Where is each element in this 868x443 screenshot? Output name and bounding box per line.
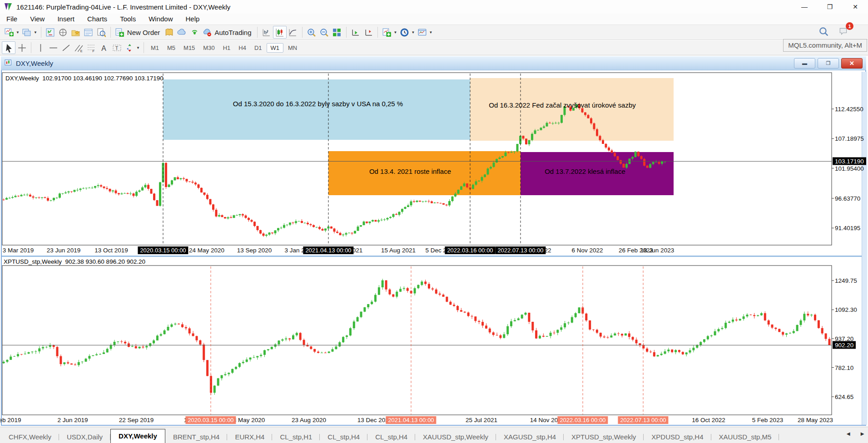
timeframe-d1[interactable]: D1 [251, 44, 266, 52]
xptusd-chart-plot[interactable] [2, 266, 832, 415]
tab-chfx-weekly-0[interactable]: CHFX,Weekly [1, 431, 59, 443]
tab-brent-stp-h4-3[interactable]: BRENT_stp,H4 [165, 431, 228, 443]
arrows-icon[interactable] [123, 42, 136, 54]
menu-bar: FileViewInsertChartsToolsWindowHelp [0, 14, 868, 25]
timeframe-m5[interactable]: M5 [164, 44, 179, 52]
window-splitter[interactable] [2, 256, 865, 257]
periods-icon[interactable] [398, 26, 411, 38]
menu-item-window[interactable]: Window [142, 14, 179, 25]
navigator-icon[interactable] [69, 26, 82, 38]
zoom-out-icon[interactable] [318, 26, 331, 38]
window-title: 1621146: PurpleTrading-04Live - L.F. Inv… [16, 3, 230, 11]
crosshair-icon[interactable] [15, 42, 28, 54]
data-window-icon[interactable] [57, 26, 69, 38]
mql5-chat-icon[interactable]: 1 [837, 25, 850, 37]
trendline-icon[interactable] [60, 42, 72, 54]
fibonacci-icon[interactable]: F [85, 42, 98, 54]
tab-xauusd-stp-weekly-8[interactable]: XAUUSD_stp,Weekly [415, 431, 496, 443]
indicators-dropdown-icon[interactable]: ▼ [394, 30, 397, 34]
toolbar-separator [31, 42, 31, 53]
text-icon[interactable]: A [98, 42, 110, 54]
profiles-icon[interactable] [20, 26, 33, 38]
minimize-button[interactable]: — [792, 0, 817, 14]
chart-close-button[interactable]: ✕ [841, 58, 863, 69]
toolbar-separator [302, 27, 303, 38]
timeframe-m30[interactable]: M30 [199, 44, 218, 52]
timeframe-h1[interactable]: H1 [219, 44, 234, 52]
codebase-icon[interactable] [163, 26, 175, 38]
bars-icon[interactable] [260, 26, 273, 38]
timeframe-m1[interactable]: M1 [147, 44, 163, 52]
time-axis-bottom[interactable] [2, 415, 832, 425]
menu-item-help[interactable]: Help [179, 14, 206, 25]
chart-restore-button[interactable]: ❐ [818, 58, 839, 69]
market-watch-icon[interactable] [44, 26, 57, 38]
chart-window-titlebar[interactable]: DXY,Weekly ▬ ❐ ✕ [1, 56, 866, 70]
equidistant-channel-icon[interactable]: E [72, 42, 85, 54]
horizontal-line-icon[interactable] [47, 42, 60, 54]
tab-dxy-weekly-2[interactable]: DXY,Weekly [110, 429, 165, 443]
chart-tab-bar: CHFX,WeeklyUSDX,DailyDXY,WeeklyBRENT_stp… [0, 427, 868, 443]
signals-icon[interactable] [188, 26, 201, 38]
menu-item-file[interactable]: File [0, 14, 24, 25]
chart-shift-icon[interactable] [362, 26, 375, 38]
tabs-scroll-right-icon[interactable]: ► [859, 430, 865, 437]
svg-text:F: F [92, 49, 94, 52]
vertical-scrollbar[interactable] [862, 72, 867, 425]
periods-dropdown-icon[interactable]: ▼ [411, 30, 415, 34]
profiles-dropdown-icon[interactable]: ▼ [34, 30, 37, 34]
search-icon[interactable] [817, 25, 830, 37]
line-chart-icon[interactable] [287, 26, 299, 38]
tab-usdx-daily-1[interactable]: USDX,Daily [59, 431, 110, 443]
menu-item-tools[interactable]: Tools [114, 14, 142, 25]
tab-xagusd-stp-h4-9[interactable]: XAGUSD_stp,H4 [496, 431, 564, 443]
maximize-button[interactable]: ❐ [817, 0, 843, 14]
cursor-icon[interactable] [2, 41, 15, 54]
toolbox-icon[interactable] [82, 26, 95, 38]
notification-badge: 1 [846, 22, 853, 30]
zoom-in-icon[interactable] [305, 26, 318, 38]
line-studies-toolbar: EFAT▼M1M5M15M30H1H4D1W1MN [0, 40, 868, 55]
close-button[interactable]: ✕ [843, 0, 868, 14]
indicators-icon[interactable] [381, 26, 393, 38]
tab-xptusd-stp-weekly-10[interactable]: XPTUSD_stp,Weekly [564, 431, 644, 443]
strategy-tester-icon[interactable] [95, 26, 108, 38]
tab-cl-stp-h4-6[interactable]: CL_stp,H4 [320, 431, 367, 443]
templates-icon[interactable] [416, 26, 428, 38]
autotrading-icon[interactable] [201, 26, 213, 38]
candles-icon[interactable] [273, 26, 287, 39]
timeframe-m15[interactable]: M15 [180, 44, 198, 52]
toolbar-separator [377, 27, 378, 38]
timeframe-h4[interactable]: H4 [235, 44, 250, 52]
menu-item-charts[interactable]: Charts [81, 14, 114, 25]
price-axis[interactable] [832, 73, 862, 425]
autotrading-label[interactable]: AutoTrading [214, 29, 251, 36]
tile-windows-icon[interactable] [331, 26, 343, 38]
timeframe-mn[interactable]: MN [284, 44, 301, 52]
tab-cl-stp-h1-5[interactable]: CL_stp,H1 [272, 431, 320, 443]
new-order-icon[interactable] [114, 26, 126, 38]
text-label-icon[interactable]: T [110, 42, 123, 54]
time-axis-top[interactable] [2, 245, 832, 255]
tab-eurx-h4-4[interactable]: EURX,H4 [227, 431, 272, 443]
new-chart-icon[interactable] [3, 26, 15, 38]
arrows-dropdown-icon[interactable]: ▼ [136, 46, 140, 50]
tab-xauusd-stp-m5-12[interactable]: XAUUSD_stp,M5 [711, 431, 779, 443]
chart-window-title: DXY,Weekly [16, 59, 53, 67]
menu-item-insert[interactable]: Insert [51, 14, 81, 25]
tab-xpdusd-stp-h4-11[interactable]: XPDUSD_stp,H4 [644, 431, 711, 443]
tab-cl-stp-h4-7[interactable]: CL_stp,H4 [367, 431, 415, 443]
templates-dropdown-icon[interactable]: ▼ [429, 30, 432, 34]
timeframe-w1[interactable]: W1 [267, 43, 284, 53]
standard-toolbar: ▼▼New OrderAutoTrading▼▼▼ [0, 25, 868, 40]
vertical-line-icon[interactable] [34, 42, 47, 54]
new-chart-dropdown-icon[interactable]: ▼ [16, 30, 20, 34]
autoscroll-icon[interactable] [349, 26, 362, 38]
toolbar-separator [257, 27, 258, 38]
dxy-chart-plot[interactable] [2, 73, 832, 245]
tabs-scroll-left-icon[interactable]: ◄ [845, 430, 851, 437]
chart-minimize-button[interactable]: ▬ [794, 58, 815, 69]
menu-item-view[interactable]: View [24, 14, 51, 25]
new-order-label[interactable]: New Order [127, 29, 160, 36]
algo-trading-icon[interactable] [175, 26, 188, 38]
